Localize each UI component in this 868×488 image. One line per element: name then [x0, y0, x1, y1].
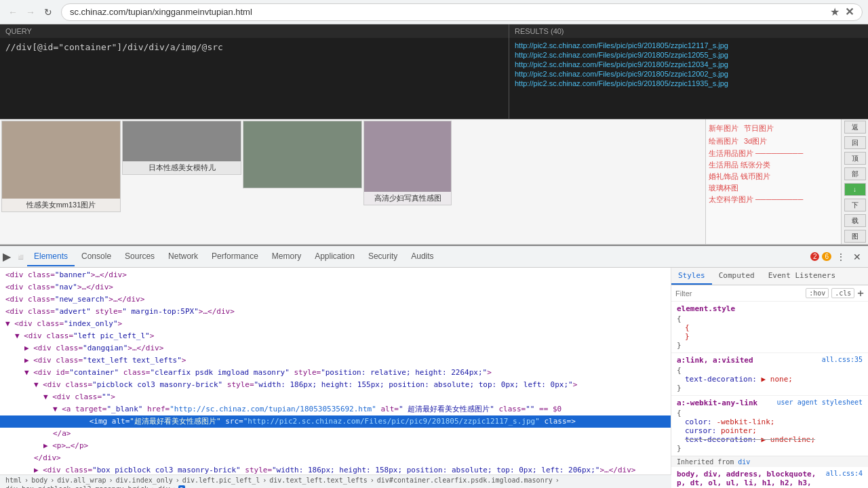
- result-item[interactable]: http://pic2.sc.chinaz.com/Files/pic/pic9…: [512, 60, 865, 69]
- devtools-tab-security[interactable]: Security: [361, 247, 404, 266]
- close-icon[interactable]: ✕: [845, 5, 854, 18]
- result-item[interactable]: http://pic2.sc.chinaz.com/Files/pic/pic9…: [512, 41, 865, 50]
- sidebar-section[interactable]: 太空科学图片 ─────────: [709, 194, 838, 205]
- breadcrumb-item[interactable]: div.text_left.text_lefts: [268, 476, 369, 484]
- breadcrumb-item[interactable]: div.index_only: [115, 476, 174, 484]
- breadcrumb-item[interactable]: div#container.clearfix.psdk.imgload.maso…: [376, 476, 554, 484]
- style-selector: a:-webkit-any-link: [677, 399, 757, 407]
- devtools-tab-memory[interactable]: Memory: [265, 247, 308, 266]
- add-style-icon[interactable]: +: [857, 287, 864, 300]
- dom-line[interactable]: <div class="banner">…</div>: [0, 269, 671, 281]
- dom-line[interactable]: ▶ <div class="dangqian">…</div>: [0, 342, 671, 354]
- dom-line[interactable]: <div class="nav">…</div>: [0, 281, 671, 293]
- toolbar-button[interactable]: 回: [844, 136, 866, 149]
- style-rule: element.style{ { }}: [671, 302, 868, 353]
- breadcrumb-item[interactable]: div.box.picblock.col3.masonry-brick: [4, 485, 150, 488]
- warn-count: 6: [822, 252, 831, 261]
- mobile-icon[interactable]: ◽: [14, 250, 27, 264]
- image-card[interactable]: 高清少妇写真性感图: [363, 121, 452, 205]
- styles-tab-computed[interactable]: Computed: [712, 268, 762, 285]
- dom-line[interactable]: ▼ <div id="container" class="clearfix ps…: [0, 367, 671, 379]
- inspect-icon[interactable]: ▶: [0, 250, 14, 264]
- sidebar-link[interactable]: 新年图片: [709, 123, 738, 134]
- refresh-button[interactable]: ↻: [41, 5, 56, 20]
- devtools-tab-application[interactable]: Application: [308, 247, 361, 266]
- image-card[interactable]: [243, 121, 362, 188]
- styles-tab-styles[interactable]: Styles: [671, 268, 712, 285]
- devtools-tab-network[interactable]: Network: [161, 247, 205, 266]
- styles-tab-event-listeners[interactable]: Event Listeners: [762, 268, 842, 285]
- result-item[interactable]: http://pic2.sc.chinaz.com/Files/pic/pic9…: [512, 79, 865, 88]
- style-source[interactable]: all.css:35: [822, 356, 863, 366]
- forward-button[interactable]: →: [23, 5, 38, 20]
- breadcrumb-separator: ›: [151, 485, 155, 488]
- sidebar-link[interactable]: 绘画图片: [709, 136, 738, 146]
- toolbar-button[interactable]: ↓: [844, 183, 866, 196]
- dom-line[interactable]: ▼ <div class="">: [0, 391, 671, 403]
- sidebar-link[interactable]: 3d图片: [744, 136, 767, 146]
- style-property[interactable]: text-decoration: ▶ underline;: [677, 435, 863, 444]
- image-card[interactable]: 性感美女mm131图片: [1, 121, 121, 212]
- dom-line[interactable]: ▶ <div class="text_left text_lefts">: [0, 354, 671, 367]
- style-property[interactable]: cursor: pointer;: [677, 426, 863, 435]
- back-button[interactable]: ←: [5, 5, 20, 20]
- breadcrumb-separator: ›: [173, 485, 177, 488]
- toolbar-button[interactable]: 返: [844, 121, 866, 134]
- breadcrumb-item[interactable]: a: [178, 485, 185, 488]
- nav-buttons: ← → ↻: [5, 5, 56, 20]
- styles-filter-input[interactable]: [675, 289, 803, 298]
- devtools-tab-sources[interactable]: Sources: [118, 247, 161, 266]
- dom-line[interactable]: ▶ <div class="box picblock col3 masonry-…: [0, 464, 671, 474]
- sidebar-link[interactable]: 节日图片: [744, 123, 774, 134]
- dom-line[interactable]: </div>: [0, 452, 671, 464]
- sidebar-section[interactable]: 生活用品图片 ─────────: [709, 148, 838, 159]
- toolbar-button[interactable]: 图: [844, 230, 866, 243]
- dom-line[interactable]: <div class="new_search">…</div>: [0, 293, 671, 306]
- more-options-icon[interactable]: ⋮: [834, 250, 848, 264]
- style-source[interactable]: user agent stylesheet: [777, 399, 863, 409]
- dom-line[interactable]: ▼ <div class="picblock col3 masonry-bric…: [0, 379, 671, 391]
- pseudo-cls[interactable]: .cls: [831, 288, 854, 298]
- sidebar-section[interactable]: 生活用品 纸张分类: [709, 159, 838, 171]
- devtools-tab-audits[interactable]: Audits: [404, 247, 440, 266]
- breadcrumb-item[interactable]: div: [157, 485, 172, 488]
- query-input[interactable]: //div[@id="container"]/div/div/a/img/@sr…: [0, 38, 509, 119]
- toolbar-button[interactable]: 载: [844, 214, 866, 227]
- toolbar-button[interactable]: 部: [844, 167, 866, 180]
- sidebar-link-row: 绘画图片3d图片: [709, 135, 838, 148]
- close-devtools-icon[interactable]: ✕: [850, 250, 864, 264]
- inherited-source[interactable]: div: [738, 458, 750, 466]
- devtools-tab-performance[interactable]: Performance: [205, 247, 265, 266]
- toolbar-button[interactable]: 下: [844, 199, 866, 211]
- result-item[interactable]: http://pic2.sc.chinaz.com/Files/pic/pic9…: [512, 50, 865, 60]
- pseudo-hover[interactable]: :hov: [806, 288, 829, 298]
- dom-line[interactable]: ▼ <a target="_blank" href="http://sc.chi…: [0, 403, 671, 415]
- image-card[interactable]: 日本性感美女模特儿: [122, 121, 241, 175]
- breadcrumb-item[interactable]: html: [4, 476, 23, 484]
- breadcrumb-separator: ›: [50, 476, 54, 484]
- dom-line[interactable]: ▶ <p>…</p>: [0, 440, 671, 452]
- dom-line[interactable]: <div class="advert" style=" margin-top:5…: [0, 306, 671, 318]
- style-property[interactable]: text-decoration: ▶ none;: [677, 375, 863, 384]
- breadcrumb-item[interactable]: div.all_wrap: [56, 476, 107, 484]
- preview-images: 性感美女mm131图片日本性感美女模特儿高清少妇写真性感图: [0, 119, 705, 244]
- result-item[interactable]: http://pic2.sc.chinaz.com/Files/pic/pic9…: [512, 69, 865, 79]
- devtools-tab-elements[interactable]: Elements: [27, 247, 75, 266]
- dom-line[interactable]: ▼ <div class="index_only">: [0, 318, 671, 330]
- toolbar-button[interactable]: 顶: [844, 152, 866, 165]
- breadcrumb-item[interactable]: div.left.pic_left_l: [181, 476, 261, 484]
- dom-line[interactable]: ▼ <div class="left pic_left_l">: [0, 330, 671, 342]
- style-source[interactable]: all.css:4: [826, 470, 863, 488]
- sidebar-section[interactable]: 婚礼饰品 钱币图片: [709, 171, 838, 182]
- bookmark-icon[interactable]: ★: [830, 5, 840, 18]
- style-property[interactable]: }: [677, 332, 863, 341]
- address-bar[interactable]: sc.chinaz.com/tupian/xingganmeinvtupian.…: [61, 3, 863, 21]
- breadcrumb-item[interactable]: body: [30, 476, 49, 484]
- style-property[interactable]: color: -webkit-link;: [677, 418, 863, 426]
- style-property[interactable]: {: [677, 323, 863, 332]
- style-rule: body, div, address, blockquote, p, dt, o…: [671, 467, 868, 488]
- sidebar-section[interactable]: 玻璃杯图: [709, 182, 838, 194]
- devtools-tab-console[interactable]: Console: [75, 247, 118, 266]
- dom-line[interactable]: </a>: [0, 428, 671, 440]
- dom-line[interactable]: <img alt="超清最好看美女性感图片" src="http://pic2.…: [0, 415, 671, 428]
